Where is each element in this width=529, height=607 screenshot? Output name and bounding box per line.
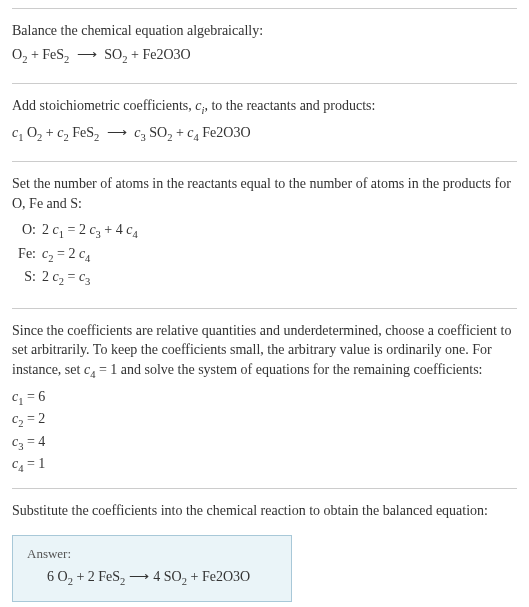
initial-equation: O2 + FeS2 ⟶ SO2 + Fe2O3O — [12, 45, 517, 67]
reactant-2: FeS — [42, 47, 64, 62]
plus: + — [127, 47, 142, 62]
element-label: S: — [12, 266, 42, 290]
text: = 1 — [95, 362, 117, 377]
solutions-list: c1 = 6 c2 = 2 c3 = 4 c4 = 1 — [12, 387, 517, 477]
product-2: Fe2O3O — [202, 569, 250, 584]
balance-equation: 2 c1 = 2 c3 + 4 c4 — [42, 219, 517, 243]
section-atoms: Set the number of atoms in the reactants… — [12, 161, 517, 308]
table-row: S: 2 c2 = c3 — [12, 266, 517, 290]
balanced-equation: 6 O2 + 2 FeS2 ⟶ 4 SO2 + Fe2O3O — [27, 568, 277, 587]
reactant-2: FeS — [98, 569, 120, 584]
sub: 2 — [63, 131, 68, 142]
plus: + — [187, 569, 202, 584]
reactant-2: FeS — [72, 125, 94, 140]
product-2: Fe2O3O — [202, 125, 250, 140]
val: = 2 — [23, 411, 45, 426]
stoich-text: Add stoichiometric coefficients, ci, to … — [12, 96, 517, 118]
plus: + — [101, 222, 116, 237]
coef: 4 — [153, 569, 164, 584]
sub: 3 — [140, 131, 145, 142]
section-answer: Substitute the coefficients into the che… — [12, 488, 517, 607]
list-item: c2 = 2 — [12, 409, 517, 431]
element-label: O: — [12, 219, 42, 243]
eq: = — [64, 222, 79, 237]
sub: 4 — [85, 253, 90, 264]
sub: 3 — [85, 276, 90, 287]
text: and solve the system of equations for th… — [117, 362, 482, 377]
substitute-text: Substitute the coefficients into the che… — [12, 501, 517, 521]
plus: + — [27, 47, 42, 62]
plus: + — [73, 569, 88, 584]
solve-text: Since the coefficients are relative quan… — [12, 321, 517, 383]
reactant-1: O — [27, 125, 37, 140]
num: 2 — [42, 222, 53, 237]
product-2: Fe2O3O — [142, 47, 190, 62]
text: , to the reactants and products: — [204, 98, 375, 113]
list-item: c1 = 6 — [12, 387, 517, 409]
atom-balance-table: O: 2 c1 = 2 c3 + 4 c4 Fe: c2 = 2 c4 S: 2… — [12, 219, 517, 290]
sub: 2 — [120, 576, 125, 587]
product-1: SO — [104, 47, 122, 62]
table-row: O: 2 c1 = 2 c3 + 4 c4 — [12, 219, 517, 243]
list-item: c3 = 4 — [12, 432, 517, 454]
plus: + — [172, 125, 187, 140]
problem-title: Balance the chemical equation algebraica… — [12, 21, 517, 41]
answer-box: Answer: 6 O2 + 2 FeS2 ⟶ 4 SO2 + Fe2O3O — [12, 535, 292, 602]
num: 2 — [42, 269, 53, 284]
num: 2 — [68, 246, 79, 261]
arrow-icon: ⟶ — [129, 568, 149, 585]
eq: = — [64, 269, 79, 284]
sub: 2 — [64, 53, 69, 64]
sub: 2 — [94, 131, 99, 142]
table-row: Fe: c2 = 2 c4 — [12, 243, 517, 267]
element-label: Fe: — [12, 243, 42, 267]
section-problem: Balance the chemical equation algebraica… — [12, 8, 517, 83]
num: 2 — [79, 222, 90, 237]
val: = 4 — [23, 434, 45, 449]
sub: 1 — [18, 131, 23, 142]
reactant-1: O — [12, 47, 22, 62]
eq: = — [53, 246, 68, 261]
atoms-text: Set the number of atoms in the reactants… — [12, 174, 517, 213]
answer-label: Answer: — [27, 546, 277, 562]
product-1: SO — [164, 569, 182, 584]
list-item: c4 = 1 — [12, 454, 517, 476]
coef: 6 — [47, 569, 58, 584]
balance-equation: 2 c2 = c3 — [42, 266, 517, 290]
arrow-icon: ⟶ — [77, 45, 97, 65]
product-1: SO — [149, 125, 167, 140]
num: 4 — [116, 222, 127, 237]
section-solve: Since the coefficients are relative quan… — [12, 308, 517, 489]
val: = 6 — [23, 389, 45, 404]
sub: 4 — [132, 229, 137, 240]
val: = 1 — [23, 456, 45, 471]
section-stoichiometric: Add stoichiometric coefficients, ci, to … — [12, 83, 517, 161]
coef-equation: c1 O2 + c2 FeS2 ⟶ c3 SO2 + c4 Fe2O3O — [12, 123, 517, 145]
arrow-icon: ⟶ — [107, 123, 127, 143]
balance-equation: c2 = 2 c4 — [42, 243, 517, 267]
coef: 2 — [88, 569, 99, 584]
sub: 4 — [194, 131, 199, 142]
text: Add stoichiometric coefficients, — [12, 98, 195, 113]
reactant-1: O — [58, 569, 68, 584]
plus: + — [42, 125, 57, 140]
